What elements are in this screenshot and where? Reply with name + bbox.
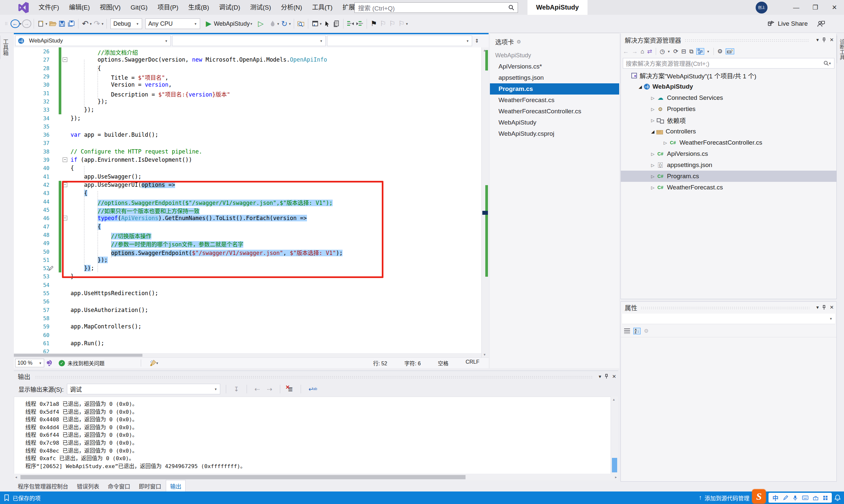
tree-expander-icon[interactable]: ▷ [649,95,656,101]
tree-item[interactable]: ▷Properties [621,104,837,115]
navigate-forward-button[interactable]: → [22,19,31,28]
chevron-down-icon[interactable]: ▾ [90,22,92,26]
document-tab[interactable]: Program.cs [490,83,619,94]
type-dropdown[interactable]: ▾ [172,36,326,46]
tree-expander-icon[interactable]: ▷ [649,118,656,123]
next-message-icon[interactable]: ⇢ [267,385,272,393]
code-line-60[interactable]: 60 [14,331,481,339]
home-icon[interactable]: ⌂ [641,48,644,55]
menu-item[interactable]: 项目(P) [153,4,183,11]
startup-project-label[interactable]: WebApiStudy [214,20,250,28]
ime-toolbox-icon[interactable] [813,496,818,500]
navigate-back-button[interactable]: ← [11,19,20,28]
ime-pen-icon[interactable] [783,495,788,500]
chevron-down-icon[interactable]: ▾ [816,304,819,310]
next-bookmark-button[interactable]: ⚐ [388,18,397,30]
hot-reload-button[interactable] [268,18,277,30]
caret-line-indicator[interactable]: 行: 52 [373,359,387,367]
menu-item[interactable]: 工具(T) [307,4,337,11]
tree-expander-icon[interactable]: ▷ [649,107,656,112]
tree-expander-icon[interactable]: ▷ [649,151,656,157]
find-in-files-button[interactable] [296,18,306,30]
word-wrap-icon[interactable]: ↵ab [309,385,318,393]
tree-item[interactable]: ▷appsettings.json [621,159,837,170]
solution-platform-select[interactable]: Any CPU▾ [145,18,200,29]
start-without-debugging-button[interactable]: ▷ [256,18,265,30]
chevron-down-icon[interactable]: ▾ [46,22,48,26]
menu-item[interactable]: 编辑(E) [64,4,94,11]
tree-item[interactable]: ◢WebApiStudy [621,81,837,92]
clear-bookmarks-button[interactable]: ⚐ [397,18,406,30]
tree-item[interactable]: ▷WeatherForecast.cs [621,182,837,193]
output-vertical-scrollbar[interactable]: ▴▾ [611,397,618,480]
switch-views-icon[interactable]: ⇄ [647,48,652,55]
menu-item[interactable]: 生成(B) [183,4,214,11]
code-line-58[interactable]: 58 [14,314,481,323]
menu-item[interactable]: Git(G) [126,4,153,11]
close-icon[interactable]: ✕ [612,374,616,379]
start-debugging-button[interactable]: ▶ [204,18,213,30]
properties-wrench-icon[interactable]: ⚙ [718,48,723,55]
code-line-55[interactable]: 55app.UseHttpsRedirection(); [14,289,481,298]
solution-configuration-select[interactable]: Debug▾ [110,18,142,29]
tree-expander-icon[interactable]: ▷ [649,185,656,190]
bottom-tab[interactable]: 输出 [166,480,186,492]
forward-icon[interactable]: → [632,48,638,55]
tree-item[interactable]: ▷ApiVersions.cs [621,148,837,159]
menu-item[interactable]: 视图(V) [95,4,126,11]
code-line-61[interactable]: 61app.Run(); [14,339,481,347]
member-dropdown[interactable]: ▾ [327,36,472,46]
property-pages-wrench-icon[interactable]: ⚙ [644,328,649,334]
tree-item[interactable]: ▷Connected Services [621,92,837,104]
previous-bookmark-button[interactable]: ⚐ [378,18,388,30]
sogou-ime-logo[interactable]: S [752,489,766,504]
properties-object-select[interactable]: ▾ [622,313,835,324]
copy-view-icon[interactable]: ⧉ [689,48,693,55]
menu-item[interactable]: 测试(S) [245,4,276,11]
ime-microphone-icon[interactable] [793,495,797,501]
code-line-38[interactable]: 38// Configure the HTTP request pipeline… [14,148,481,156]
line-ending-indicator[interactable]: CRLF [466,359,479,367]
commit-arrow-icon[interactable]: ↑ [699,494,702,501]
notification-bell-icon[interactable] [834,494,841,501]
tree-expander-icon[interactable]: ▷ [649,174,656,179]
categorized-icon[interactable] [624,328,630,334]
ime-language-icon[interactable]: 中 [773,493,778,502]
panel-drag-dots[interactable] [35,375,592,378]
document-outline-button[interactable] [332,18,341,30]
account-avatar[interactable]: 创上 [756,2,768,14]
code-line-37[interactable]: 37 [14,139,481,147]
alphabetical-sort-icon[interactable]: AZ↓ [633,328,641,334]
restart-button[interactable]: ↻ [279,18,289,30]
output-horizontal-scrollbar[interactable]: ◂▸ [14,474,618,481]
feedback-icon[interactable] [816,18,826,30]
sync-icon[interactable]: ⟳ [673,48,678,55]
code-cleanup-icon[interactable] [150,360,156,366]
tree-expander-icon[interactable]: ◢ [649,129,656,134]
collapse-all-icon[interactable]: ⊟ [681,48,686,55]
bottom-tab[interactable]: 命令窗口 [104,480,134,492]
close-icon[interactable]: ✕ [829,304,834,310]
code-line-26[interactable]: 26 //添加文档介绍 [14,48,481,56]
undo-button[interactable]: ↶ [81,18,90,30]
chevron-down-icon[interactable]: ▾ [289,22,291,26]
health-label[interactable]: 未找到相关问题 [68,359,104,367]
toggle-bookmark-button[interactable]: ⚑ [369,18,378,30]
editor-horizontal-scrollbar[interactable] [14,353,481,357]
panel-drag-dots[interactable] [685,38,810,41]
code-line-54[interactable]: 54 [14,281,481,289]
panel-drag-dots[interactable] [641,306,810,309]
chevron-down-icon[interactable]: ▾ [599,374,601,379]
back-icon[interactable]: ← [623,48,629,55]
intellicode-icon[interactable] [46,360,53,366]
tree-expander-icon[interactable]: ▷ [649,163,656,168]
editor-vertical-scrollbar[interactable]: ▴ ▾ [481,48,488,357]
chevron-down-icon[interactable]: ▾ [20,22,22,26]
code-line-53[interactable]: 53} [14,272,481,281]
new-project-button[interactable] [36,18,46,30]
tree-expander-icon[interactable]: ▷ [662,140,669,145]
fold-collapse-icon[interactable]: − [63,57,67,62]
code-line-36[interactable]: 36var app = builder.Build(); [14,131,481,139]
chevron-down-icon[interactable]: ▾ [406,22,408,26]
chevron-down-icon[interactable]: ▾ [320,22,322,26]
